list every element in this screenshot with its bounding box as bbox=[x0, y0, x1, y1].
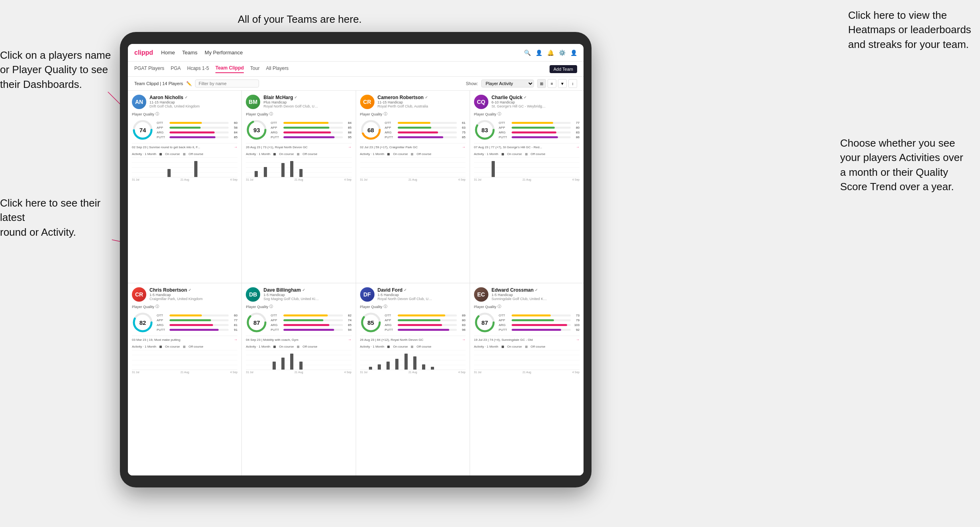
tab-tour[interactable]: Tour bbox=[250, 66, 259, 73]
search-icon[interactable]: 🔍 bbox=[524, 50, 531, 56]
info-icon: ⓘ bbox=[384, 111, 387, 117]
stat-row-app: APP 80 bbox=[499, 126, 580, 129]
tab-team-clippd[interactable]: Team Clippd bbox=[215, 65, 244, 73]
info-icon: ⓘ bbox=[155, 111, 159, 117]
chart-legend: Activity · 1 Month On course Off course bbox=[474, 345, 580, 348]
player-card[interactable]: DB Dave Billingham ✓ 1-5 Handicap Sog Ma… bbox=[242, 283, 355, 475]
chart-legend: Activity · 1 Month On course Off course bbox=[132, 152, 237, 156]
player-card[interactable]: EC Edward Crossman ✓ 1-5 Handicap Sunnin… bbox=[470, 283, 584, 475]
list-view-button[interactable]: ≡ bbox=[548, 79, 556, 88]
donut-chart[interactable]: 87 bbox=[474, 312, 496, 333]
activity-arrow[interactable]: → bbox=[462, 145, 466, 149]
activity-arrow[interactable]: → bbox=[234, 338, 237, 342]
on-course-legend bbox=[387, 346, 390, 348]
player-name[interactable]: Blair McHarg ✓ bbox=[263, 95, 351, 100]
last-activity[interactable]: 26 Aug 23 | 73 (+1), Royal North Devon G… bbox=[246, 143, 351, 149]
tab-pga[interactable]: PGA bbox=[171, 66, 181, 73]
activity-arrow[interactable]: → bbox=[348, 338, 352, 342]
player-name[interactable]: Aaron Nicholls ✓ bbox=[149, 95, 237, 100]
chart-labels: 31 Jul 21 Aug 4 Sep bbox=[474, 371, 580, 374]
activity-arrow[interactable]: → bbox=[234, 145, 237, 149]
donut-chart[interactable]: 74 bbox=[132, 119, 153, 141]
settings-icon[interactable]: ⚙️ bbox=[559, 50, 566, 56]
tab-all-players[interactable]: All Players bbox=[266, 66, 289, 73]
off-course-legend bbox=[183, 346, 185, 348]
last-activity[interactable]: 26 Aug 23 | 84 (+12), Royal North Devon … bbox=[360, 336, 466, 342]
activity-arrow[interactable]: → bbox=[576, 338, 580, 342]
player-score: 87 bbox=[481, 319, 488, 326]
filter-input[interactable] bbox=[195, 80, 259, 88]
donut-chart[interactable]: 93 bbox=[246, 119, 267, 141]
stat-row-ott: OTT 82 bbox=[271, 314, 351, 317]
last-activity[interactable]: 19 Jul 23 | 74 (+4), Sunningdale GC - Ol… bbox=[474, 336, 580, 342]
stat-row-app: APP 58 bbox=[157, 126, 237, 129]
activity-chart bbox=[360, 350, 466, 370]
off-course-label: Off course bbox=[531, 152, 546, 156]
bell-icon[interactable]: 🔔 bbox=[547, 50, 554, 56]
filter-button[interactable]: ▼ bbox=[558, 79, 567, 88]
add-team-button[interactable]: Add Team bbox=[550, 65, 577, 73]
player-card[interactable]: CQ Charlie Quick ✓ 6-10 Handicap St. Geo… bbox=[470, 91, 584, 283]
activity-chart bbox=[132, 157, 237, 177]
logo: clippd bbox=[134, 49, 153, 56]
quality-row[interactable]: 85 OTT 89 APP 80 ARG 83 PUTT bbox=[360, 312, 466, 333]
info-icon: ⓘ bbox=[269, 304, 273, 309]
donut-chart[interactable]: 85 bbox=[360, 312, 382, 333]
quality-row[interactable]: 87 OTT 82 APP 74 ARG 85 PUTT bbox=[246, 312, 351, 333]
on-course-label: On course bbox=[393, 152, 408, 156]
player-name[interactable]: Chris Robertson ✓ bbox=[149, 287, 237, 293]
edit-icon[interactable]: ✏️ bbox=[186, 81, 192, 86]
player-card[interactable]: CR Chris Robertson ✓ 1-5 Handicap Craigm… bbox=[128, 283, 241, 475]
chart-labels: 31 Jul 21 Aug 4 Sep bbox=[246, 178, 351, 181]
player-name[interactable]: Charlie Quick ✓ bbox=[492, 95, 580, 100]
activity-arrow[interactable]: → bbox=[348, 145, 352, 149]
chart-section: Activity · 1 Month On course Off course … bbox=[360, 152, 466, 181]
last-activity[interactable]: 04 Sep 23 | Mobility with coach, Gym → bbox=[246, 336, 351, 342]
quality-row[interactable]: 87 OTT 73 APP 79 ARG 103 PUTT bbox=[474, 312, 580, 333]
player-handicap: 1-5 Handicap bbox=[263, 293, 351, 297]
grid-view-button[interactable]: ⊞ bbox=[537, 79, 546, 88]
activity-arrow[interactable]: → bbox=[462, 338, 466, 342]
quality-row[interactable]: 82 OTT 60 APP 77 ARG 81 PUTT bbox=[132, 312, 237, 333]
player-header: AN Aaron Nicholls ✓ 11-15 Handicap Drift… bbox=[132, 95, 237, 109]
donut-chart[interactable]: 68 bbox=[360, 119, 382, 141]
player-header: DF David Ford ✓ 1-5 Handicap Royal North… bbox=[360, 287, 466, 302]
stats-container: OTT 82 APP 74 ARG 85 PUTT 94 bbox=[271, 314, 351, 332]
donut-chart[interactable]: 87 bbox=[246, 312, 267, 333]
player-card[interactable]: DF David Ford ✓ 1-5 Handicap Royal North… bbox=[356, 283, 470, 475]
avatar: DF bbox=[360, 287, 374, 302]
donut-chart[interactable]: 83 bbox=[474, 119, 496, 141]
quality-row[interactable]: 83 OTT 77 APP 80 ARG 83 PUTT bbox=[474, 119, 580, 141]
user-icon[interactable]: 👤 bbox=[536, 50, 542, 56]
nav-performance[interactable]: My Performance bbox=[205, 50, 243, 56]
player-name[interactable]: Dave Billingham ✓ bbox=[263, 287, 351, 293]
off-course-legend bbox=[297, 153, 299, 155]
nav-home[interactable]: Home bbox=[161, 50, 175, 56]
avatar-icon[interactable]: 👤 bbox=[570, 50, 577, 56]
tab-hcaps[interactable]: Hcaps 1-5 bbox=[187, 66, 209, 73]
activity-arrow[interactable]: → bbox=[576, 145, 580, 149]
player-club: Royal Perth Golf Club, Australia bbox=[378, 104, 434, 108]
player-name[interactable]: David Ford ✓ bbox=[378, 287, 466, 293]
player-card[interactable]: BM Blair McHarg ✓ Plus Handicap Royal No… bbox=[242, 91, 355, 283]
stat-row-ott: OTT 77 bbox=[499, 121, 580, 125]
quality-row[interactable]: 68 OTT 61 APP 63 ARG 75 PUTT bbox=[360, 119, 466, 141]
player-card[interactable]: CR Cameron Robertson ✓ 11-15 Handicap Ro… bbox=[356, 91, 470, 283]
last-activity[interactable]: 03 Mar 23 | 19, Must make putting → bbox=[132, 336, 237, 342]
quality-row[interactable]: 93 OTT 84 APP 85 ARG 88 PUTT bbox=[246, 119, 351, 141]
stats-container: OTT 60 APP 58 ARG 84 PUTT 85 bbox=[157, 121, 237, 139]
player-name[interactable]: Edward Crossman ✓ bbox=[492, 287, 580, 293]
toolbar: Team Clippd | 14 Players ✏️ Show: Player… bbox=[128, 77, 584, 91]
sort-button[interactable]: ↕ bbox=[568, 79, 577, 88]
player-name[interactable]: Cameron Robertson ✓ bbox=[378, 95, 466, 100]
show-select[interactable]: Player Activity Quality Score Trend bbox=[481, 80, 534, 88]
tab-pgat[interactable]: PGAT Players bbox=[134, 66, 164, 73]
quality-row[interactable]: 74 OTT 60 APP 58 ARG 84 PUTT bbox=[132, 119, 237, 141]
player-card[interactable]: AN Aaron Nicholls ✓ 11-15 Handicap Drift… bbox=[128, 91, 241, 283]
last-activity[interactable]: 02 Sep 23 | Sunrise round to get back in… bbox=[132, 143, 237, 149]
last-activity[interactable]: 07 Aug 23 | 77 (+7), St George's Hill GC… bbox=[474, 143, 580, 149]
donut-chart[interactable]: 82 bbox=[132, 312, 153, 333]
nav-teams[interactable]: Teams bbox=[182, 50, 197, 56]
last-activity[interactable]: 02 Jul 23 | 59 (+17), Craigmillar Park G… bbox=[360, 143, 466, 149]
player-header: CR Cameron Robertson ✓ 11-15 Handicap Ro… bbox=[360, 95, 466, 109]
